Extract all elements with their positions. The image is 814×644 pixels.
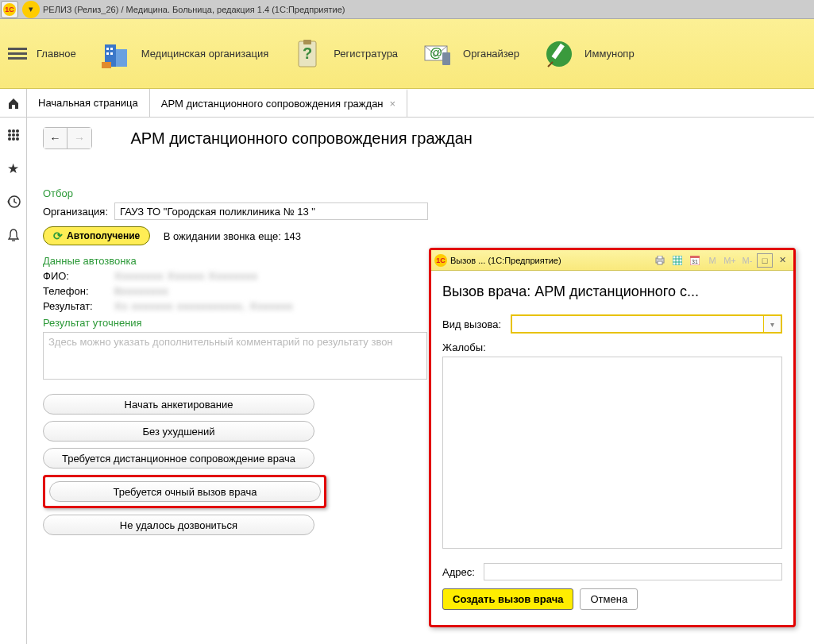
visit-doctor-button[interactable]: Требуется очный вызов врача <box>49 481 321 502</box>
svg-point-16 <box>8 129 11 133</box>
menu-label: Иммунопр <box>584 48 635 60</box>
hamburger-icon[interactable] <box>8 45 27 62</box>
m-plus-button[interactable]: M+ <box>722 253 738 268</box>
svg-text:@: @ <box>430 46 442 60</box>
left-sidebar: ★ <box>0 118 27 644</box>
tab-home[interactable]: Начальная страница <box>27 89 150 117</box>
svg-rect-5 <box>110 52 113 55</box>
mail-at-icon: @ <box>420 37 455 71</box>
page-title: АРМ дистанционного сопровождения граждан <box>130 129 472 148</box>
star-icon[interactable]: ★ <box>6 160 21 176</box>
svg-rect-1 <box>116 49 127 67</box>
org-row: Организация: <box>43 202 814 220</box>
history-icon[interactable] <box>6 194 21 210</box>
tab-label: Начальная страница <box>38 97 138 109</box>
svg-rect-6 <box>102 62 111 68</box>
m-minus-button[interactable]: M- <box>739 253 755 268</box>
address-label: Адрес: <box>442 566 484 578</box>
svg-rect-2 <box>106 48 109 50</box>
call-doctor-popup: 1C Вызов ... (1С:Предприятие) 31 M M+ M-… <box>429 248 796 627</box>
refresh-icon: ⟳ <box>53 229 63 242</box>
svg-rect-4 <box>106 52 109 55</box>
org-input[interactable] <box>114 202 428 220</box>
fio-label: ФИО: <box>43 270 114 282</box>
svg-point-18 <box>16 129 19 133</box>
menu-immuno[interactable]: Иммунопр <box>542 37 635 71</box>
svg-point-23 <box>12 137 15 141</box>
popup-footer: Создать вызов врача Отмена <box>442 588 782 610</box>
clipboard-question-icon: ? <box>291 37 326 71</box>
logo-1c-icon: 1C <box>434 254 447 267</box>
menu-main[interactable]: Главное <box>37 48 76 60</box>
menu-label: Органайзер <box>463 48 519 60</box>
remote-doctor-button[interactable]: Требуется дистанционное сопровождение вр… <box>43 448 314 469</box>
tabbar: Начальная страница АРМ дистанционного со… <box>0 89 814 118</box>
m-button[interactable]: M <box>704 253 720 268</box>
svg-rect-3 <box>110 48 113 50</box>
svg-point-22 <box>8 137 11 141</box>
title-dropdown-icon[interactable]: ▾ <box>22 1 40 18</box>
svg-rect-29 <box>658 261 662 264</box>
building-icon <box>98 37 133 71</box>
tab-label: АРМ дистанционного сопровождения граждан <box>161 98 384 110</box>
org-label: Организация: <box>43 206 114 218</box>
svg-text:?: ? <box>303 44 312 62</box>
svg-point-20 <box>12 133 15 137</box>
no-worsening-button[interactable]: Без ухудшений <box>43 421 314 442</box>
menu-organizer[interactable]: @ Органайзер <box>420 37 519 71</box>
svg-rect-12 <box>442 52 450 65</box>
start-survey-button[interactable]: Начать анкетирование <box>43 394 314 415</box>
svg-point-21 <box>16 133 19 137</box>
result-label: Результат: <box>43 300 114 312</box>
syringe-icon <box>542 37 577 71</box>
phone-label: Телефон: <box>43 285 114 297</box>
apps-icon[interactable] <box>6 127 21 143</box>
calendar-icon[interactable]: 31 <box>687 253 703 268</box>
print-icon[interactable] <box>652 253 668 268</box>
svg-rect-30 <box>673 256 682 265</box>
popup-titlebar: 1C Вызов ... (1С:Предприятие) 31 M M+ M-… <box>431 250 793 271</box>
home-icon[interactable] <box>0 89 27 117</box>
waiting-text: В ожидании звонка еще: 143 <box>164 230 301 242</box>
grid-icon[interactable] <box>669 253 685 268</box>
main-menubar: Главное Медицинская организация ? Регист… <box>0 19 814 89</box>
complaints-label: Жалобы: <box>442 341 782 353</box>
nav-buttons: ← → <box>43 127 92 149</box>
bell-icon[interactable] <box>6 227 21 243</box>
menu-label: Регистратура <box>334 48 398 60</box>
close-icon[interactable]: × <box>390 98 396 110</box>
call-type-row: Вид вызова: ▾ <box>442 314 782 334</box>
close-icon[interactable]: ✕ <box>774 253 790 268</box>
svg-point-17 <box>12 129 15 133</box>
menu-label: Медицинская организация <box>141 48 269 60</box>
autopoll-button[interactable]: ⟳ Автополучение <box>43 226 150 245</box>
menu-label: Главное <box>37 48 76 60</box>
app-title-text: РЕЛИЗ (Релиз_26) / Медицина. Больница, р… <box>43 5 345 14</box>
maximize-icon[interactable]: □ <box>757 253 773 268</box>
forward-button[interactable]: → <box>68 128 91 148</box>
svg-point-19 <box>8 133 11 137</box>
menu-medorg[interactable]: Медицинская организация <box>98 37 269 71</box>
result-value: Xx xxxxxxx xxxxxxxxxxx, Xxxxxxx <box>114 300 293 312</box>
filter-heading: Отбор <box>43 187 814 199</box>
clarify-input[interactable]: Здесь можно указать дополнительный комме… <box>43 332 427 380</box>
popup-heading: Вызов врача: АРМ дистанционного с... <box>442 283 782 300</box>
svg-text:31: 31 <box>692 259 698 264</box>
tab-arm[interactable]: АРМ дистанционного сопровождения граждан… <box>150 89 407 117</box>
popup-window-title: Вызов ... (1С:Предприятие) <box>450 256 650 265</box>
svg-point-24 <box>16 137 19 141</box>
complaints-textarea[interactable] <box>442 357 782 549</box>
address-input[interactable] <box>484 563 782 580</box>
create-call-button[interactable]: Создать вызов врача <box>442 588 573 610</box>
phone-value: 8xxxxxxxx <box>114 285 168 297</box>
chevron-down-icon[interactable]: ▾ <box>763 316 781 332</box>
address-row: Адрес: <box>442 563 782 580</box>
call-type-select[interactable]: ▾ <box>511 314 782 334</box>
no-connection-button[interactable]: Не удалось дозвониться <box>43 515 314 535</box>
autopoll-label: Автополучение <box>67 230 140 241</box>
back-button[interactable]: ← <box>44 128 68 148</box>
menu-registry[interactable]: ? Регистратура <box>291 37 398 71</box>
fio-value: Xxxxxxxx Xxxxxx Xxxxxxxx <box>114 270 258 282</box>
cancel-button[interactable]: Отмена <box>580 588 638 610</box>
highlighted-button-frame: Требуется очный вызов врача <box>43 475 326 508</box>
